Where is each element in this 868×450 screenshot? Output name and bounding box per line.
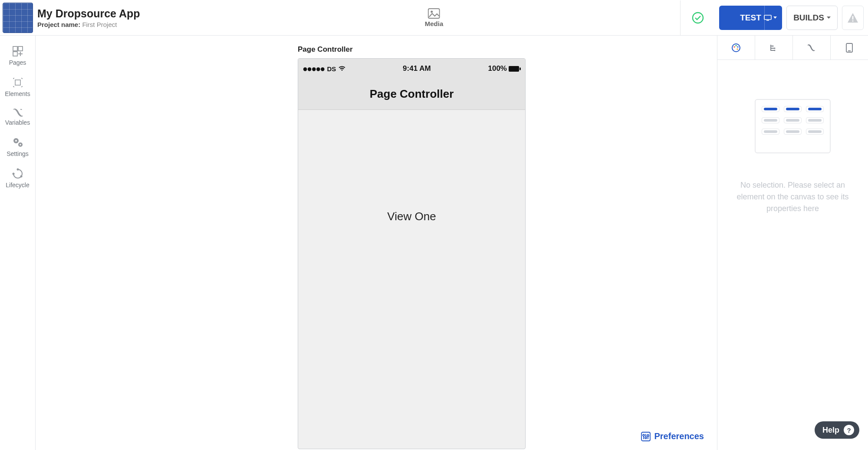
- variables-icon: [12, 108, 24, 117]
- sidebar-item-pages[interactable]: Pages: [0, 40, 35, 71]
- page-name-label: Page Controller: [298, 45, 353, 54]
- svg-rect-0: [428, 9, 440, 18]
- x-var-icon: [807, 44, 816, 52]
- status-indicator[interactable]: [680, 0, 715, 35]
- sidebar-item-label: Settings: [7, 150, 29, 157]
- svg-point-30: [774, 50, 776, 51]
- svg-rect-4: [852, 16, 854, 20]
- sidebar-item-label: Variables: [5, 119, 30, 126]
- view-text: View One: [387, 210, 436, 223]
- pages-icon: [12, 45, 24, 57]
- svg-point-16: [20, 175, 22, 178]
- svg-point-15: [12, 173, 14, 175]
- project-line: Project name: First Project: [37, 21, 140, 28]
- project-name-value: First Project: [82, 21, 117, 28]
- topbar: My Dropsource App Project name: First Pr…: [0, 0, 868, 36]
- right-panel: No selection. Please select an element o…: [717, 36, 868, 450]
- main-area: Pages Elements Variables Settings Lifecy…: [0, 36, 868, 450]
- signal-dots-icon: ●●●●●: [302, 64, 324, 74]
- sidebar-item-label: Pages: [9, 59, 26, 66]
- test-button[interactable]: TEST: [719, 6, 782, 30]
- check-circle-icon: [691, 11, 704, 24]
- svg-rect-9: [15, 80, 20, 85]
- svg-rect-18: [519, 67, 521, 70]
- statusbar-time: 9:41 AM: [403, 64, 431, 73]
- builds-label: BUILDS: [793, 13, 824, 23]
- svg-point-13: [20, 144, 21, 145]
- lifecycle-icon: [12, 168, 24, 180]
- test-dropdown[interactable]: [764, 15, 777, 21]
- svg-point-21: [645, 437, 647, 439]
- tab-styles[interactable]: [717, 36, 755, 60]
- svg-point-25: [735, 45, 736, 46]
- preferences-label: Preferences: [654, 431, 704, 441]
- phone-icon: [846, 43, 853, 53]
- settings-icon: [12, 136, 24, 149]
- media-button[interactable]: Media: [425, 8, 444, 27]
- sidebar-item-settings[interactable]: Settings: [0, 131, 35, 162]
- app-title: My Dropsource App: [37, 7, 140, 20]
- test-label: TEST: [740, 13, 761, 23]
- device-navbar[interactable]: Page Controller: [298, 79, 525, 110]
- question-icon: ?: [844, 425, 854, 435]
- wifi-icon: [339, 66, 345, 71]
- sidebar-item-variables[interactable]: Variables: [0, 103, 35, 131]
- left-sidebar: Pages Elements Variables Settings Lifecy…: [0, 36, 36, 450]
- svg-rect-5: [852, 20, 854, 22]
- battery-percent: 100%: [488, 64, 507, 73]
- help-label: Help: [822, 426, 839, 435]
- caret-down-icon: [827, 17, 831, 19]
- svg-point-28: [773, 45, 774, 46]
- empty-state-illustration: [755, 99, 831, 153]
- sidebar-item-label: Lifecycle: [6, 182, 29, 189]
- project-name-label: Project name:: [37, 21, 80, 28]
- sidebar-item-lifecycle[interactable]: Lifecycle: [0, 162, 35, 194]
- empty-state-text: No selection. Please select an element o…: [717, 179, 868, 215]
- monitor-icon: [764, 15, 772, 21]
- device-frame[interactable]: ●●●●● DS 9:41 AM 100% Page Controller Vi…: [298, 58, 526, 449]
- battery-icon: [509, 66, 521, 72]
- app-icon[interactable]: [3, 3, 33, 33]
- svg-rect-8: [13, 52, 17, 56]
- svg-point-26: [737, 46, 738, 47]
- preferences-button[interactable]: Preferences: [641, 431, 704, 441]
- svg-point-2: [693, 13, 703, 23]
- svg-point-24: [733, 46, 735, 47]
- caret-down-icon: [773, 17, 777, 19]
- sliders-icon: [641, 432, 651, 441]
- warning-icon: [847, 12, 859, 23]
- media-label: Media: [425, 20, 444, 27]
- svg-rect-7: [18, 46, 23, 51]
- topbar-right: TEST BUILDS: [680, 0, 868, 35]
- sidebar-item-elements[interactable]: Elements: [0, 71, 35, 103]
- carrier-label: DS: [327, 65, 336, 73]
- builds-button[interactable]: BUILDS: [786, 6, 838, 30]
- svg-point-27: [736, 48, 738, 50]
- media-icon: [428, 8, 440, 19]
- tree-icon: [769, 43, 778, 52]
- sidebar-item-label: Elements: [5, 90, 30, 97]
- svg-point-29: [774, 47, 776, 49]
- canvas[interactable]: Page Controller ●●●●● DS 9:41 AM 100% Pa…: [36, 36, 717, 450]
- svg-rect-17: [509, 66, 519, 72]
- view-one[interactable]: View One: [298, 110, 525, 223]
- palette-icon: [731, 43, 741, 53]
- warning-button[interactable]: [842, 6, 864, 30]
- tab-device[interactable]: [831, 36, 868, 60]
- navbar-title: Page Controller: [370, 87, 454, 101]
- svg-point-22: [647, 435, 649, 437]
- svg-rect-3: [764, 15, 771, 20]
- topbar-left: My Dropsource App Project name: First Pr…: [0, 3, 174, 33]
- svg-point-20: [643, 434, 644, 436]
- elements-icon: [12, 76, 24, 89]
- tab-variables[interactable]: [793, 36, 831, 60]
- right-panel-tabs: [717, 36, 868, 60]
- device-statusbar: ●●●●● DS 9:41 AM 100%: [298, 59, 525, 79]
- help-button[interactable]: Help ?: [815, 421, 859, 439]
- svg-point-11: [15, 140, 17, 142]
- tab-tree[interactable]: [755, 36, 793, 60]
- svg-point-14: [16, 169, 19, 171]
- svg-rect-6: [13, 46, 17, 51]
- svg-point-1: [431, 10, 433, 13]
